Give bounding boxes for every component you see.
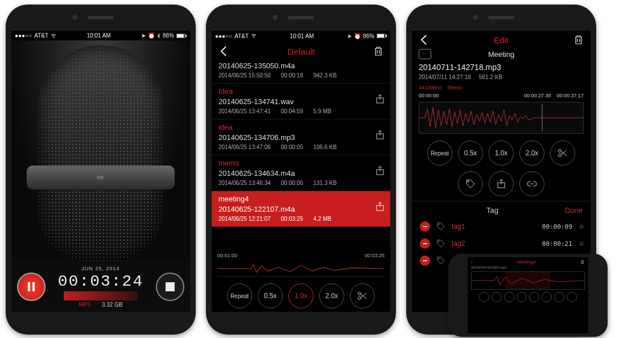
- battery-icon: [176, 34, 187, 38]
- trim-button[interactable]: [550, 141, 575, 166]
- tag-row[interactable]: − tag1 00:00:09 ≡: [412, 218, 591, 235]
- svg-point-18: [559, 150, 562, 152]
- small-waveform[interactable]: [471, 271, 585, 290]
- drag-handle-icon[interactable]: ≡: [579, 222, 583, 231]
- done-button[interactable]: Done: [565, 206, 583, 215]
- time-mid: 00:00:27.38: [524, 93, 551, 98]
- remove-tag-button[interactable]: −: [420, 255, 430, 266]
- small-ctrl[interactable]: [567, 292, 577, 302]
- drag-handle-icon[interactable]: ≡: [579, 239, 583, 248]
- small-controls: [471, 292, 585, 302]
- file-duration: 00:04:59: [281, 108, 303, 114]
- small-ctrl[interactable]: [504, 292, 514, 302]
- small-ctrl[interactable]: [542, 292, 552, 302]
- carrier-label: AT&T: [34, 32, 48, 39]
- status-bar: ●●●○○AT&T 10:01 AM ➤⏰86%: [212, 31, 390, 41]
- file-date: 2014/06/25 13:47:06: [218, 144, 271, 150]
- small-ctrl[interactable]: [492, 292, 502, 302]
- share-button[interactable]: [375, 130, 385, 140]
- share-button[interactable]: [375, 94, 385, 104]
- tag-row[interactable]: − tag2 00:00:21 ≡: [412, 235, 591, 252]
- speed-10-button[interactable]: 1.0x: [489, 141, 514, 166]
- delete-button[interactable]: [372, 45, 385, 57]
- wifi-icon: [51, 34, 56, 38]
- trim-button[interactable]: [350, 283, 375, 308]
- pause-button[interactable]: [17, 273, 46, 301]
- speed-05-button[interactable]: 0.5x: [458, 141, 483, 166]
- share-icon: [497, 179, 505, 188]
- delete-icon[interactable]: 🗑: [580, 259, 585, 265]
- play-total: 00:03:25: [365, 253, 385, 258]
- svg-point-16: [358, 297, 361, 300]
- clock-label: 10:01 AM: [86, 32, 110, 39]
- back-icon[interactable]: ‹: [471, 259, 473, 265]
- small-ctrl[interactable]: [554, 292, 564, 302]
- share-button[interactable]: [489, 171, 514, 196]
- svg-rect-3: [185, 35, 187, 37]
- speed-20-button[interactable]: 2.0x: [519, 141, 544, 166]
- playback-waveform[interactable]: [217, 261, 385, 277]
- edit-waveform[interactable]: [419, 102, 584, 134]
- bluetooth-icon: [157, 33, 160, 39]
- microphone-visual: NK: [11, 40, 190, 261]
- small-ctrl[interactable]: [529, 292, 539, 302]
- list-item[interactable]: memo 20140625-134634.m4a 2014/06/25 13:4…: [212, 155, 390, 191]
- phone-recorder: ●●●○○ AT&T 10:01 AM ➤ ⏰ 86% NK: [6, 5, 196, 335]
- file-size: 4.2 MB: [313, 216, 332, 222]
- navbar: Default: [212, 41, 390, 61]
- tag-button[interactable]: [458, 171, 483, 196]
- list-item[interactable]: 20140625-135050.m4a 2014/06/25 15:50:500…: [212, 61, 390, 84]
- time-start: 00:00:00: [419, 93, 439, 98]
- file-info: 20140711-142718.mp3 2014/07/11 14:27:185…: [412, 60, 591, 85]
- speed-10-button[interactable]: 1.0x: [288, 283, 313, 308]
- stop-button[interactable]: [156, 273, 184, 301]
- back-button[interactable]: [217, 45, 230, 57]
- svg-point-24: [439, 258, 440, 259]
- recorder-controls: JUN 25, 2014 00:03:24 MP3 3.32 GB: [11, 261, 190, 312]
- remove-tag-button[interactable]: −: [420, 221, 430, 232]
- location-icon: ➤: [141, 32, 146, 39]
- tag-header-title: Tag: [420, 206, 565, 215]
- scissors-icon: [558, 148, 568, 158]
- navbar: Edit: [412, 31, 591, 49]
- list-item-selected[interactable]: meeting4 20140625-122107.m4a 2014/06/25 …: [212, 191, 390, 227]
- file-name: 20140625-134634.m4a: [218, 169, 385, 178]
- nav-title: Edit: [494, 35, 509, 45]
- speed-20-button[interactable]: 2.0x: [319, 283, 344, 308]
- storage-label: 3.32 GB: [102, 302, 123, 308]
- tag-time: 00:00:09: [542, 223, 572, 230]
- file-size: 106.6 KB: [313, 144, 337, 150]
- list-item[interactable]: Idea 20140625-134741.wav 2014/06/25 13:4…: [212, 84, 390, 119]
- file-date: 2014/06/25 13:46:34: [218, 180, 271, 186]
- list-item[interactable]: idea 20140625-134706.mp3 2014/06/25 13:4…: [212, 119, 390, 155]
- svg-point-20: [468, 181, 469, 182]
- file-name: 20140625-134741.wav: [218, 97, 385, 106]
- speed-05-button[interactable]: 0.5x: [258, 283, 283, 308]
- link-button[interactable]: [519, 171, 544, 196]
- repeat-button[interactable]: Repeat: [427, 141, 452, 166]
- file-duration: 00:00:06: [281, 180, 303, 186]
- recordings-list[interactable]: 20140625-135050.m4a 2014/06/25 15:50:500…: [212, 61, 390, 250]
- recording-title: memo: [218, 159, 385, 167]
- delete-button[interactable]: [572, 34, 585, 46]
- back-button[interactable]: [418, 34, 430, 46]
- play-position: 00:01:00: [217, 253, 237, 258]
- svg-rect-4: [28, 282, 30, 291]
- recording-waveform: [64, 291, 138, 300]
- small-ctrl[interactable]: [479, 292, 489, 302]
- recording-title: meeting4: [218, 195, 385, 203]
- file-size: 5.9 MB: [313, 108, 332, 114]
- share-button[interactable]: [375, 166, 385, 176]
- phone-list: ●●●○○AT&T 10:01 AM ➤⏰86% Default 2014062…: [206, 5, 396, 335]
- share-button[interactable]: [375, 201, 385, 212]
- small-ctrl[interactable]: [517, 292, 527, 302]
- svg-point-0: [53, 36, 54, 38]
- chat-icon[interactable]: ⋯: [419, 49, 431, 59]
- repeat-button[interactable]: Repeat: [227, 283, 252, 308]
- recording-date: JUN 25, 2014: [81, 266, 119, 271]
- remove-tag-button[interactable]: −: [420, 238, 430, 249]
- phone-landscape-preview: ‹Meeting4🗑 20140704-013304.mp3: [448, 254, 608, 337]
- playback-controls: Repeat 0.5x 1.0x 2.0x: [212, 279, 390, 312]
- svg-point-15: [358, 292, 361, 295]
- wifi-icon: [251, 34, 257, 38]
